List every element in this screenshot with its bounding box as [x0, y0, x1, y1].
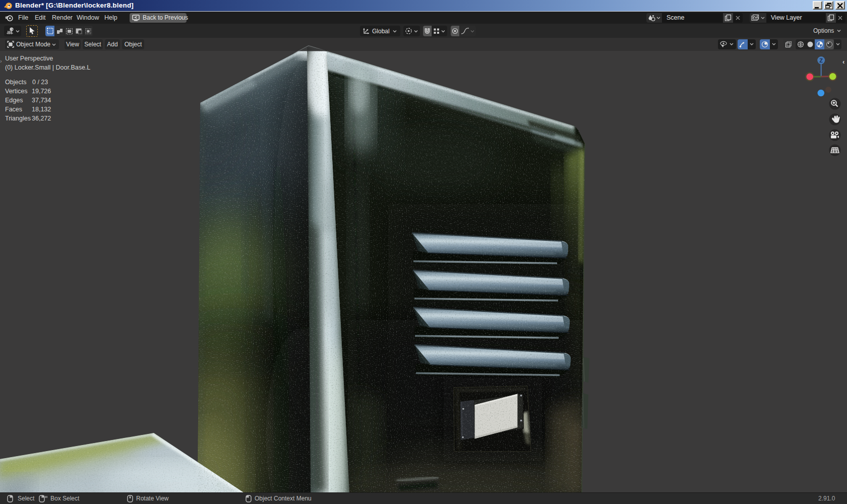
svg-text:‹: ‹ [842, 58, 844, 66]
svg-text:Z: Z [819, 57, 823, 64]
